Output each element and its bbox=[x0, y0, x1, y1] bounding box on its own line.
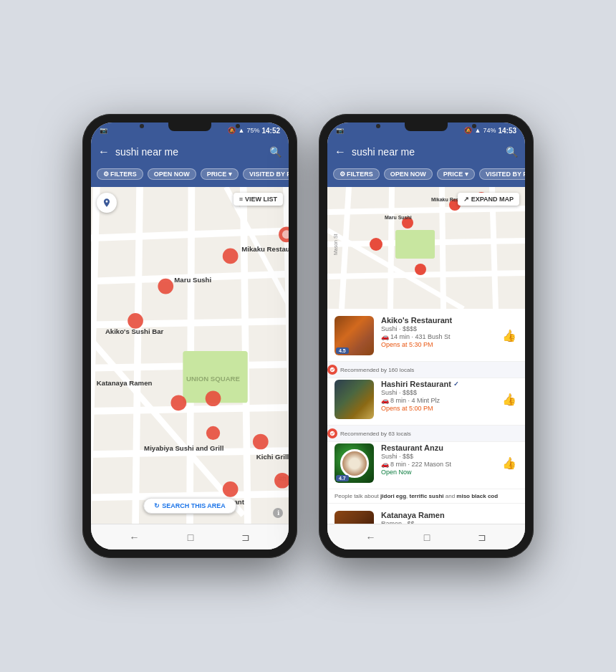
wifi-icon: ▲ bbox=[238, 127, 244, 134]
anzu-rating: 4.7 bbox=[336, 475, 349, 481]
search-bar-left: ← sushi near me 🔍 bbox=[91, 138, 289, 165]
back-button-right[interactable]: ← bbox=[335, 145, 346, 158]
akiko-thumbnail: 4.5 bbox=[335, 316, 374, 355]
akiko-like-button[interactable]: 👍 bbox=[501, 329, 518, 342]
svg-text:Mikaku Restaurant: Mikaku Restaurant bbox=[241, 245, 289, 253]
recent-nav-right[interactable]: ⊐ bbox=[478, 532, 486, 543]
hashiri-category: Sushi · $$$$ bbox=[381, 389, 494, 396]
search-area-button[interactable]: ↻ SEARCH THIS AREA bbox=[143, 498, 236, 514]
open-now-btn-left[interactable]: OPEN NOW bbox=[148, 168, 196, 180]
anzu-thumbnail: 4.7 bbox=[335, 443, 374, 483]
svg-point-26 bbox=[170, 395, 186, 411]
list-icon: ≡ bbox=[239, 196, 243, 203]
svg-point-23 bbox=[223, 249, 239, 264]
phone-left: 📷 🔕 ▲ 75% 14:52 ← sushi near me 🔍 ⚙ bbox=[82, 114, 297, 558]
search-query-left[interactable]: sushi near me bbox=[115, 146, 264, 158]
camera-right bbox=[236, 124, 240, 128]
back-nav-right[interactable]: ← bbox=[366, 532, 376, 543]
notch-right bbox=[405, 123, 448, 131]
camera-left bbox=[140, 124, 144, 128]
result-item-katanaya[interactable]: Katanaya Ramen Ramen · $$ 👍 bbox=[327, 504, 525, 524]
location-button-left[interactable] bbox=[97, 193, 117, 213]
katanaya-image bbox=[335, 511, 374, 524]
result-item-hashiri[interactable]: Hashiri Restaurant ✓ Sushi · $$$$ 🚗 8 mi… bbox=[327, 373, 525, 442]
mini-map-right[interactable]: Mason St Mikaku Restaurant Maru Sushi ↗ … bbox=[327, 187, 525, 309]
info-button[interactable]: ℹ bbox=[273, 508, 283, 518]
svg-text:UNION SQUARE: UNION SQUARE bbox=[186, 375, 240, 383]
anzu-info: Restaurant Anzu Sushi · $$$ 🚗 8 min · 22… bbox=[381, 443, 494, 476]
search-query-right[interactable]: sushi near me bbox=[352, 146, 500, 158]
result-item-anzu[interactable]: 4.7 Restaurant Anzu Sushi · $$$ 🚗 8 min … bbox=[327, 436, 525, 504]
katanaya-name: Katanaya Ramen bbox=[381, 511, 494, 519]
result-item-inner-hashiri: Hashiri Restaurant ✓ Sushi · $$$$ 🚗 8 mi… bbox=[327, 373, 525, 426]
anzu-people-talk: People talk about jidori egg, terrific s… bbox=[327, 489, 525, 504]
anzu-like-button[interactable]: 👍 bbox=[501, 456, 518, 470]
hashiri-status: Opens at 5:00 PM bbox=[381, 405, 494, 412]
home-nav-right[interactable]: □ bbox=[424, 532, 430, 543]
filter-icon: ⚙ bbox=[103, 171, 109, 178]
result-item-inner-akiko: 4.5 Akiko's Restaurant Sushi · $$$$ 🚗 14… bbox=[327, 309, 525, 362]
filter-settings-btn[interactable]: ⚙ FILTERS bbox=[97, 168, 143, 180]
price-btn-right[interactable]: PRICE ▾ bbox=[437, 168, 475, 180]
search-icon-right[interactable]: 🔍 bbox=[506, 146, 518, 158]
svg-rect-50 bbox=[395, 230, 435, 259]
view-list-button[interactable]: ≡ VIEW LIST bbox=[234, 193, 283, 206]
anzu-address: 🚗 8 min · 222 Mason St bbox=[381, 461, 494, 468]
friends-btn-left[interactable]: VISITED BY FRIENDS bbox=[243, 168, 289, 180]
sim-icon: 📷 bbox=[100, 127, 107, 134]
hashiri-image bbox=[335, 380, 374, 419]
hashiri-like-button[interactable]: 👍 bbox=[501, 393, 518, 406]
hashiri-address: 🚗 8 min · 4 Mint Plz bbox=[381, 397, 494, 404]
time-right: 14:53 bbox=[498, 127, 516, 135]
hashiri-name: Hashiri Restaurant ✓ bbox=[381, 380, 494, 388]
svg-text:Kichi Grill: Kichi Grill bbox=[256, 453, 289, 461]
price-btn-left[interactable]: PRICE ▾ bbox=[201, 168, 239, 180]
verified-icon: ✓ bbox=[453, 380, 459, 388]
expand-icon: ↗ bbox=[463, 196, 469, 203]
expand-map-button[interactable]: ↗ EXPAND MAP bbox=[458, 193, 519, 206]
svg-text:Katanaya Ramen: Katanaya Ramen bbox=[97, 379, 153, 387]
svg-text:Akiko's Sushi Bar: Akiko's Sushi Bar bbox=[105, 327, 164, 335]
svg-line-9 bbox=[135, 187, 140, 524]
keyword-jidori: jidori egg bbox=[380, 493, 406, 499]
back-nav-left[interactable]: ← bbox=[130, 532, 140, 543]
result-item-inner-katanaya: Katanaya Ramen Ramen · $$ 👍 bbox=[327, 504, 525, 524]
akiko-name: Akiko's Restaurant bbox=[381, 316, 494, 325]
phones-container: 📷 🔕 ▲ 75% 14:52 ← sushi near me 🔍 ⚙ bbox=[82, 114, 534, 558]
anzu-category: Sushi · $$$ bbox=[381, 453, 494, 460]
anzu-name: Restaurant Anzu bbox=[381, 443, 494, 452]
search-bar-right: ← sushi near me 🔍 bbox=[327, 138, 525, 165]
open-now-btn-right[interactable]: OPEN NOW bbox=[384, 168, 433, 180]
map-svg-left: UNION SQUARE Mason St 4th St Taylor St bbox=[91, 187, 289, 524]
katanaya-info: Katanaya Ramen Ramen · $$ bbox=[381, 511, 494, 524]
screen-left: 📷 🔕 ▲ 75% 14:52 ← sushi near me 🔍 ⚙ bbox=[91, 123, 289, 549]
battery-text: 75% bbox=[246, 127, 259, 134]
svg-point-27 bbox=[206, 390, 221, 406]
camera-right-left bbox=[376, 124, 380, 128]
search-icon-left[interactable]: 🔍 bbox=[269, 146, 281, 158]
svg-point-55 bbox=[370, 238, 382, 251]
home-nav-left[interactable]: □ bbox=[188, 532, 193, 543]
filter-icon-r: ⚙ bbox=[340, 171, 345, 178]
result-item-akiko[interactable]: 4.5 Akiko's Restaurant Sushi · $$$$ 🚗 14… bbox=[327, 309, 525, 378]
recent-nav-left[interactable]: ⊐ bbox=[241, 532, 250, 543]
svg-point-24 bbox=[158, 279, 173, 294]
keyword-miso: miso black cod bbox=[456, 493, 498, 499]
katanaya-category: Ramen · $$ bbox=[381, 520, 494, 524]
friends-btn-right[interactable]: VISITED BY FRIENDS bbox=[479, 168, 525, 180]
time-text: 14:52 bbox=[261, 127, 280, 135]
akiko-rating: 4.5 bbox=[336, 347, 349, 354]
mute-icon: 🔕 bbox=[228, 127, 236, 134]
filter-settings-btn-r[interactable]: ⚙ FILTERS bbox=[333, 168, 380, 180]
svg-text:Mason St: Mason St bbox=[333, 234, 338, 255]
svg-line-46 bbox=[390, 187, 392, 309]
status-right-left: 📷 bbox=[336, 127, 344, 134]
status-left-icons: 📷 bbox=[100, 127, 107, 134]
anzu-plate bbox=[340, 449, 369, 478]
back-button-left[interactable]: ← bbox=[98, 145, 110, 158]
map-area-left[interactable]: UNION SQUARE Mason St 4th St Taylor St bbox=[91, 187, 289, 524]
bottom-nav-left: ← □ ⊐ bbox=[91, 524, 289, 549]
hashiri-thumbnail bbox=[335, 380, 374, 419]
akiko-status: Opens at 5:30 PM bbox=[381, 341, 494, 348]
wifi-icon-r: ▲ bbox=[474, 127, 481, 134]
